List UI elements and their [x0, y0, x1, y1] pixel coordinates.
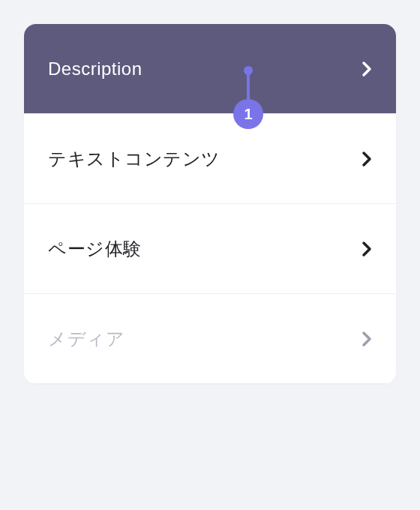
chevron-right-icon: [362, 331, 372, 347]
chevron-right-icon: [362, 241, 372, 257]
list-item-media[interactable]: メディア: [24, 294, 396, 384]
list-item-label: Description: [48, 58, 142, 80]
list-item-label: テキストコンテンツ: [48, 147, 220, 171]
list-item-label: ページ体験: [48, 237, 142, 261]
settings-panel: Description テキストコンテンツ ページ体験 メディア 1: [24, 24, 396, 384]
chevron-right-icon: [362, 151, 372, 167]
list-item-page-experience[interactable]: ページ体験: [24, 204, 396, 294]
chevron-right-icon: [362, 61, 372, 77]
list-item-description[interactable]: Description: [24, 24, 396, 114]
list-item-label: メディア: [48, 327, 124, 351]
list-item-text-content[interactable]: テキストコンテンツ: [24, 114, 396, 204]
